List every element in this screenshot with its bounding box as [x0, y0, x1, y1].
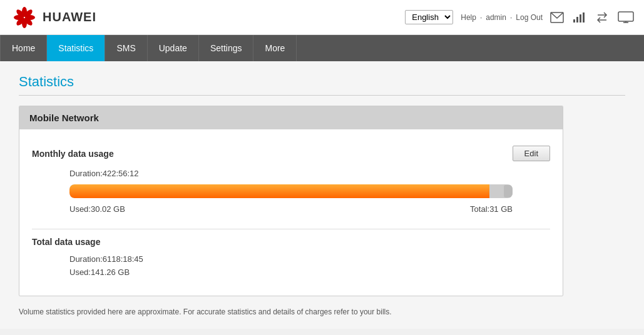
total-label: Total:31 GB	[470, 204, 513, 214]
admin-link[interactable]: admin	[486, 13, 506, 22]
nav-home[interactable]: Home	[0, 35, 47, 61]
progress-bar-fill	[69, 184, 489, 198]
total-used: Used:141.26 GB	[69, 268, 550, 277]
used-label: Used:30.02 GB	[69, 204, 125, 214]
transfer-icon	[595, 12, 609, 23]
card-header: Mobile Network	[19, 106, 563, 129]
total-section-header: Total data usage	[32, 237, 550, 247]
nav-more[interactable]: More	[253, 35, 297, 61]
mail-icon[interactable]	[550, 12, 564, 23]
main-nav: Home Statistics SMS Update Settings More	[0, 35, 644, 61]
footer-note: Volume statistics provided here are appr…	[19, 308, 563, 316]
total-duration: Duration:6118:18:45	[69, 254, 550, 264]
huawei-logo-icon	[10, 6, 39, 29]
total-title: Total data usage	[32, 237, 100, 247]
monthly-duration: Duration:422:56:12	[69, 169, 550, 178]
page-title: Statistics	[19, 74, 625, 96]
language-select[interactable]: English	[405, 10, 453, 24]
svg-rect-9	[573, 19, 575, 22]
monitor-icon	[618, 11, 634, 24]
top-icons	[550, 11, 634, 24]
svg-rect-11	[580, 14, 581, 22]
brand-name: HUAWEI	[43, 10, 96, 24]
progress-bar-bg	[69, 184, 513, 198]
stats-card: Mobile Network Monthly data usage Edit D…	[19, 106, 563, 296]
monthly-title: Monthly data usage	[32, 149, 114, 159]
svg-rect-12	[583, 12, 585, 22]
svg-rect-15	[618, 12, 633, 21]
nav-update[interactable]: Update	[148, 35, 199, 61]
help-link[interactable]: Help	[461, 13, 476, 22]
logout-link[interactable]: Log Out	[516, 13, 543, 22]
card-body: Monthly data usage Edit Duration:422:56:…	[19, 129, 563, 296]
top-bar: HUAWEI English Help · admin · Log Out	[0, 0, 644, 35]
edit-button[interactable]: Edit	[513, 146, 550, 161]
progress-labels: Used:30.02 GB Total:31 GB	[69, 204, 513, 214]
top-right-area: English Help · admin · Log Out	[405, 10, 634, 24]
progress-container	[69, 184, 513, 198]
total-section: Total data usage Duration:6118:18:45 Use…	[32, 229, 550, 286]
top-links: Help · admin · Log Out	[461, 13, 543, 22]
nav-sms[interactable]: SMS	[105, 35, 147, 61]
svg-rect-10	[576, 17, 578, 22]
progress-bar-end	[504, 185, 513, 198]
signal-icon	[573, 12, 586, 23]
nav-settings[interactable]: Settings	[199, 35, 254, 61]
monthly-section-header: Monthly data usage Edit	[32, 146, 550, 161]
nav-statistics[interactable]: Statistics	[47, 35, 105, 61]
monthly-section: Monthly data usage Edit Duration:422:56:…	[32, 139, 550, 224]
page-content: Statistics Mobile Network Monthly data u…	[0, 61, 644, 329]
logo-area: HUAWEI	[10, 6, 96, 29]
